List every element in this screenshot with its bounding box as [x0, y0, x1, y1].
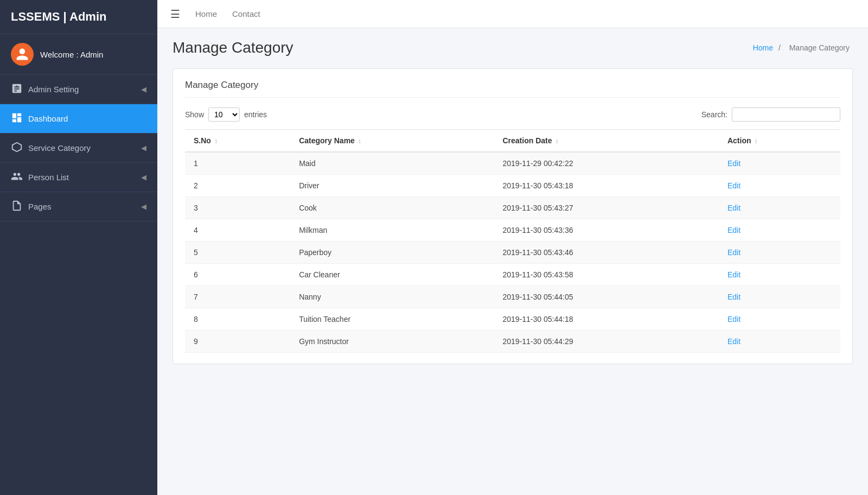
cell-sno: 8	[185, 308, 290, 331]
cell-name: Tuition Teacher	[290, 308, 494, 331]
table-head: S.No↕Category Name↕Creation Date↕Action↕	[185, 130, 840, 153]
cell-action: Edit	[719, 264, 840, 286]
cell-sno: 7	[185, 286, 290, 308]
edit-link[interactable]: Edit	[727, 159, 741, 168]
cell-action: Edit	[719, 286, 840, 308]
cell-name: Driver	[290, 175, 494, 197]
show-entries: Show 102550100 entries	[185, 107, 267, 122]
nav-item-left-service-category: Service Category	[11, 141, 91, 155]
sidebar-item-service-category[interactable]: Service Category ◀	[0, 134, 157, 163]
card-title: Manage Category	[185, 80, 840, 98]
table-row: 1 Maid 2019-11-29 00:42:22 Edit	[185, 152, 840, 175]
cell-action: Edit	[719, 219, 840, 242]
table-row: 3 Cook 2019-11-30 05:43:27 Edit	[185, 197, 840, 219]
table-row: 6 Car Cleaner 2019-11-30 05:43:58 Edit	[185, 264, 840, 286]
topnav-contact[interactable]: Contact	[232, 9, 260, 18]
search-label: Search:	[701, 110, 727, 119]
breadcrumb: Home / Manage Category	[753, 43, 853, 52]
category-table: S.No↕Category Name↕Creation Date↕Action↕…	[185, 129, 840, 353]
table-row: 8 Tuition Teacher 2019-11-30 05:44:18 Ed…	[185, 308, 840, 331]
nav-label-service-category: Service Category	[28, 143, 91, 153]
cell-action: Edit	[719, 175, 840, 197]
table-controls: Show 102550100 entries Search:	[185, 107, 840, 122]
service-category-icon	[11, 141, 23, 155]
cell-name: Milkman	[290, 219, 494, 242]
user-icon	[15, 47, 29, 61]
table-row: 5 Paperboy 2019-11-30 05:43:46 Edit	[185, 242, 840, 264]
cell-sno: 3	[185, 197, 290, 219]
sidebar-item-admin-setting[interactable]: Admin Setting ◀	[0, 75, 157, 104]
sidebar-item-dashboard[interactable]: Dashboard	[0, 104, 157, 134]
admin-setting-icon	[11, 82, 23, 96]
show-label: Show	[185, 110, 204, 119]
cell-action: Edit	[719, 308, 840, 331]
edit-link[interactable]: Edit	[727, 181, 741, 190]
cell-date: 2019-11-30 05:43:36	[494, 219, 718, 242]
nav-label-admin-setting: Admin Setting	[28, 85, 79, 94]
cell-action: Edit	[719, 242, 840, 264]
sort-icon: ↕	[214, 137, 218, 145]
table-body: 1 Maid 2019-11-29 00:42:22 Edit 2 Driver…	[185, 152, 840, 353]
sort-icon: ↕	[556, 137, 559, 145]
main-area: ☰ Home Contact Manage Category Home / Ma…	[157, 0, 868, 495]
edit-link[interactable]: Edit	[727, 315, 741, 323]
table-row: 7 Nanny 2019-11-30 05:44:05 Edit	[185, 286, 840, 308]
table-row: 9 Gym Instructor 2019-11-30 05:44:29 Edi…	[185, 331, 840, 353]
edit-link[interactable]: Edit	[727, 293, 741, 301]
search-input[interactable]	[732, 107, 840, 122]
nav-label-pages: Pages	[28, 202, 52, 211]
content-area: Manage Category Home / Manage Category M…	[157, 28, 868, 495]
cell-name: Maid	[290, 152, 494, 175]
edit-link[interactable]: Edit	[727, 270, 741, 279]
nav-label-dashboard: Dashboard	[28, 114, 68, 123]
edit-link[interactable]: Edit	[727, 226, 741, 234]
entries-select[interactable]: 102550100	[208, 107, 240, 122]
cell-name: Car Cleaner	[290, 264, 494, 286]
nav-label-person-list: Person List	[28, 173, 69, 182]
cell-sno: 2	[185, 175, 290, 197]
cell-date: 2019-11-29 00:42:22	[494, 152, 718, 175]
nav-item-left-dashboard: Dashboard	[11, 112, 68, 125]
chevron-icon-admin-setting: ◀	[141, 85, 146, 93]
cell-date: 2019-11-30 05:44:29	[494, 331, 718, 353]
chevron-icon-service-category: ◀	[141, 144, 146, 152]
breadcrumb-separator: /	[778, 43, 783, 52]
topnav: ☰ Home Contact	[157, 0, 868, 28]
cell-date: 2019-11-30 05:43:46	[494, 242, 718, 264]
page-header: Manage Category Home / Manage Category	[157, 28, 868, 63]
breadcrumb-home[interactable]: Home	[753, 43, 773, 52]
cell-action: Edit	[719, 197, 840, 219]
edit-link[interactable]: Edit	[727, 204, 741, 212]
pages-icon	[11, 200, 23, 213]
col-action[interactable]: Action↕	[719, 130, 840, 153]
cell-sno: 4	[185, 219, 290, 242]
manage-category-card: Manage Category Show 102550100 entries S…	[173, 68, 853, 364]
col-category-name[interactable]: Category Name↕	[290, 130, 494, 153]
edit-link[interactable]: Edit	[727, 337, 741, 346]
nav-item-left-pages: Pages	[11, 200, 52, 213]
sidebar-item-person-list[interactable]: Person List ◀	[0, 163, 157, 192]
cell-name: Cook	[290, 197, 494, 219]
welcome-text: Welcome : Admin	[40, 50, 103, 59]
col-creation-date[interactable]: Creation Date↕	[494, 130, 718, 153]
col-s.no[interactable]: S.No↕	[185, 130, 290, 153]
cell-sno: 5	[185, 242, 290, 264]
sort-icon: ↕	[755, 137, 758, 145]
sidebar: LSSEMS | Admin Welcome : Admin Admin Set…	[0, 0, 157, 495]
topnav-home[interactable]: Home	[195, 9, 217, 18]
app-title: LSSEMS | Admin	[0, 0, 157, 34]
cell-action: Edit	[719, 331, 840, 353]
cell-name: Nanny	[290, 286, 494, 308]
cell-action: Edit	[719, 152, 840, 175]
sidebar-item-pages[interactable]: Pages ◀	[0, 192, 157, 221]
hamburger-icon[interactable]: ☰	[170, 8, 180, 21]
edit-link[interactable]: Edit	[727, 248, 741, 257]
cell-date: 2019-11-30 05:44:05	[494, 286, 718, 308]
chevron-icon-person-list: ◀	[141, 173, 146, 181]
nav-item-left-admin-setting: Admin Setting	[11, 82, 79, 96]
cell-sno: 9	[185, 331, 290, 353]
chevron-icon-pages: ◀	[141, 202, 146, 211]
sort-icon: ↕	[358, 137, 361, 145]
cell-date: 2019-11-30 05:43:58	[494, 264, 718, 286]
cell-name: Gym Instructor	[290, 331, 494, 353]
